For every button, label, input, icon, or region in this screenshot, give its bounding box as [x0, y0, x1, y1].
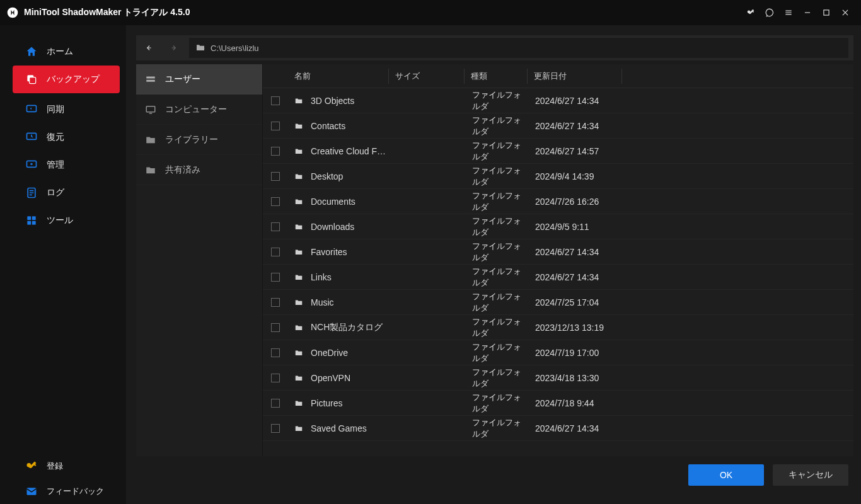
- place-label: ライブラリー: [165, 134, 218, 146]
- row-checkbox[interactable]: [263, 273, 288, 282]
- sidebar-item-tools[interactable]: ツール: [0, 207, 126, 234]
- row-kind: ファイルフォルダ: [466, 241, 529, 263]
- svg-rect-0: [805, 12, 810, 13]
- column-headers: 名前 サイズ 種類 更新日付: [263, 64, 853, 88]
- file-row[interactable]: Downloadsファイルフォルダ2024/9/5 9:11: [263, 214, 853, 239]
- sidebar-item-label: 管理: [47, 159, 64, 171]
- row-kind: ファイルフォルダ: [466, 190, 529, 213]
- file-row[interactable]: Linksファイルフォルダ2024/6/27 14:34: [263, 265, 853, 290]
- nav-forward-button[interactable]: [161, 35, 187, 60]
- sidebar-item-label: ツール: [47, 215, 73, 226]
- menu-icon[interactable]: [779, 3, 798, 22]
- restore-icon: [25, 131, 38, 144]
- row-kind: ファイルフォルダ: [466, 291, 529, 314]
- column-size[interactable]: サイズ: [389, 69, 465, 84]
- cancel-button[interactable]: キャンセル: [773, 464, 848, 486]
- row-checkbox[interactable]: [263, 374, 288, 382]
- file-row[interactable]: Contactsファイルフォルダ2024/6/27 14:34: [263, 113, 853, 139]
- row-date: 2024/6/27 14:34: [529, 272, 853, 282]
- file-row[interactable]: 3D Objectsファイルフォルダ2024/6/27 14:34: [263, 88, 853, 113]
- close-icon[interactable]: [836, 3, 855, 22]
- row-checkbox[interactable]: [263, 147, 288, 156]
- svg-point-7: [30, 163, 32, 165]
- sidebar-item-label: 登録: [47, 461, 63, 472]
- file-row[interactable]: Picturesファイルフォルダ2024/7/18 9:44: [263, 391, 853, 416]
- row-name: OneDrive: [288, 348, 466, 358]
- path-input[interactable]: C:\Users\lizlu: [189, 38, 848, 58]
- tools-icon: [25, 214, 38, 227]
- file-list[interactable]: 3D Objectsファイルフォルダ2024/6/27 14:34Contact…: [263, 88, 853, 456]
- row-kind: ファイルフォルダ: [466, 266, 529, 289]
- license-key-icon[interactable]: [741, 3, 760, 22]
- row-name: Desktop: [288, 171, 466, 181]
- home-icon: [25, 45, 38, 58]
- sidebar-item-home[interactable]: ホーム: [0, 38, 126, 66]
- row-checkbox[interactable]: [263, 197, 288, 206]
- row-date: 2024/9/4 14:39: [529, 171, 853, 181]
- row-name: Music: [288, 297, 466, 307]
- svg-rect-10: [32, 216, 36, 220]
- ok-button[interactable]: OK: [688, 464, 764, 486]
- minimize-icon[interactable]: [798, 3, 817, 22]
- path-text: C:\Users\lizlu: [211, 43, 259, 53]
- sidebar-item-sync[interactable]: 同期: [0, 96, 126, 123]
- row-checkbox[interactable]: [263, 222, 288, 231]
- sidebar-item-label: バックアップ: [47, 74, 100, 85]
- row-kind: ファイルフォルダ: [466, 140, 529, 163]
- row-name: Downloads: [288, 222, 466, 232]
- place-label: ユーザー: [165, 74, 200, 85]
- file-row[interactable]: OneDriveファイルフォルダ2024/7/19 17:00: [263, 340, 853, 365]
- svg-rect-15: [146, 79, 155, 81]
- row-checkbox[interactable]: [263, 96, 288, 105]
- row-checkbox[interactable]: [263, 122, 288, 130]
- row-name: Pictures: [288, 398, 466, 408]
- row-date: 2024/7/19 17:00: [529, 348, 853, 358]
- row-checkbox[interactable]: [263, 298, 288, 307]
- file-row[interactable]: Favoritesファイルフォルダ2024/6/27 14:34: [263, 239, 853, 265]
- help-icon[interactable]: [760, 3, 779, 22]
- pathbar: C:\Users\lizlu: [136, 35, 853, 60]
- file-row[interactable]: NCH製品カタログファイルフォルダ2023/12/13 13:19: [263, 315, 853, 340]
- dialog-footer: OK キャンセル: [136, 456, 853, 494]
- row-name: 3D Objects: [288, 96, 466, 106]
- file-row[interactable]: Saved Gamesファイルフォルダ2024/6/27 14:34: [263, 416, 853, 441]
- column-name[interactable]: 名前: [288, 69, 389, 84]
- file-row[interactable]: Creative Cloud F…ファイルフォルダ2024/6/27 14:57: [263, 139, 853, 164]
- maximize-icon[interactable]: [817, 3, 836, 22]
- place-computer[interactable]: コンピューター: [136, 94, 262, 125]
- row-checkbox[interactable]: [263, 424, 288, 433]
- row-checkbox[interactable]: [263, 348, 288, 357]
- row-kind: ファイルフォルダ: [466, 367, 529, 389]
- column-date[interactable]: 更新日付: [528, 69, 622, 84]
- titlebar: MiniTool ShadowMaker トライアル 4.5.0: [0, 0, 861, 25]
- file-row[interactable]: OpenVPNファイルフォルダ2023/4/18 13:30: [263, 365, 853, 391]
- sidebar-item-restore[interactable]: 復元: [0, 123, 126, 151]
- sidebar-item-backup[interactable]: バックアップ: [13, 66, 120, 93]
- column-kind[interactable]: 種類: [465, 69, 528, 84]
- place-users[interactable]: ユーザー: [136, 64, 262, 94]
- file-row[interactable]: Documentsファイルフォルダ2024/7/26 16:26: [263, 189, 853, 214]
- sidebar-item-feedback[interactable]: フィードバック: [0, 479, 126, 504]
- row-kind: ファイルフォルダ: [466, 341, 529, 364]
- row-name: OpenVPN: [288, 373, 466, 383]
- file-browser: ユーザー コンピューター ライブラリー 共有済み 名前: [136, 64, 853, 456]
- row-checkbox[interactable]: [263, 248, 288, 256]
- sidebar-item-log[interactable]: ログ: [0, 179, 126, 207]
- place-library[interactable]: ライブラリー: [136, 125, 262, 155]
- row-kind: ファイルフォルダ: [466, 115, 529, 137]
- row-date: 2024/6/27 14:34: [529, 121, 853, 131]
- place-label: 共有済み: [165, 164, 200, 176]
- file-row[interactable]: Musicファイルフォルダ2024/7/25 17:04: [263, 290, 853, 315]
- file-row[interactable]: Desktopファイルフォルダ2024/9/4 14:39: [263, 164, 853, 189]
- row-checkbox[interactable]: [263, 172, 288, 181]
- row-checkbox[interactable]: [263, 399, 288, 408]
- row-checkbox[interactable]: [263, 323, 288, 332]
- nav-back-button[interactable]: [136, 35, 161, 60]
- key-icon: [25, 460, 38, 472]
- sidebar-item-manage[interactable]: 管理: [0, 151, 126, 179]
- sidebar-item-register[interactable]: 登録: [0, 454, 126, 479]
- place-shared[interactable]: 共有済み: [136, 155, 262, 185]
- row-date: 2024/7/18 9:44: [529, 398, 853, 408]
- row-kind: ファイルフォルダ: [466, 392, 529, 415]
- row-date: 2023/12/13 13:19: [529, 323, 853, 333]
